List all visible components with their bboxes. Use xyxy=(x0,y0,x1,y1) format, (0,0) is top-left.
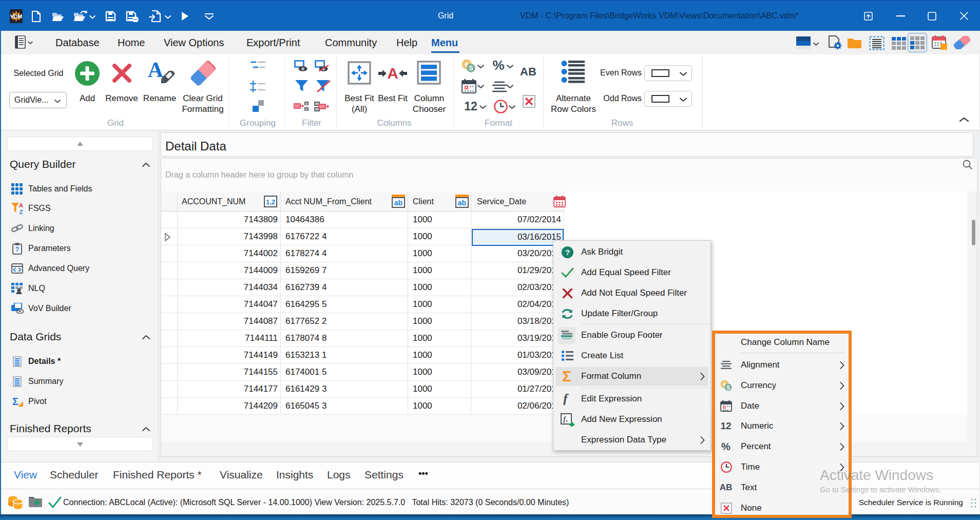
svg-text:Σ: Σ xyxy=(12,396,18,407)
svg-text:S: S xyxy=(726,385,730,391)
svg-text:?: ? xyxy=(565,248,570,257)
svg-text:ab: ab xyxy=(458,199,466,207)
svg-text:fₓ: fₓ xyxy=(563,415,568,423)
svg-text:A: A xyxy=(19,203,23,208)
svg-text:1,2: 1,2 xyxy=(266,198,275,206)
svg-text:ab: ab xyxy=(394,199,402,207)
svg-text:?: ? xyxy=(15,246,19,253)
svg-text:f: f xyxy=(563,393,569,405)
svg-text:Z: Z xyxy=(20,209,23,215)
svg-text:VDM: VDM xyxy=(10,13,22,20)
